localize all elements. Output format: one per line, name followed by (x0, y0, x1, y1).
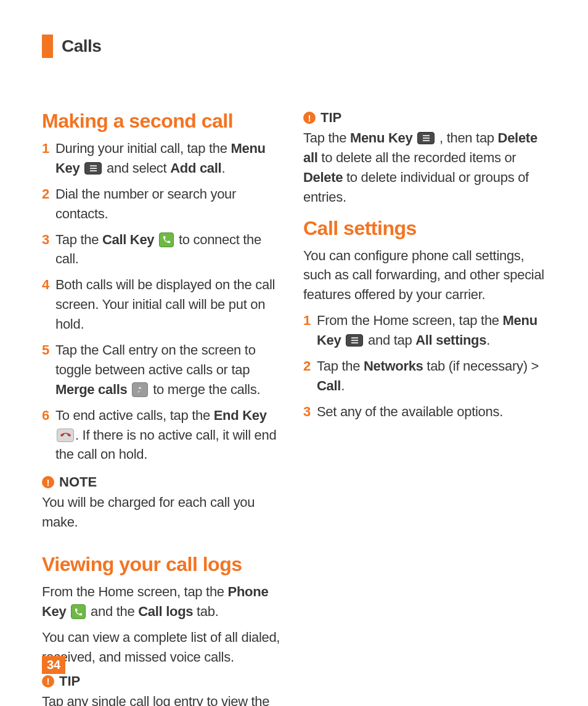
step-text: Tap the Call entry on the screen to togg… (55, 340, 285, 400)
bold-text: Add call (170, 160, 221, 176)
step-item: 3Tap the Call Key to connect the call. (42, 230, 285, 269)
tip-callout-head: ! TIP (303, 110, 546, 126)
step-number: 5 (42, 340, 55, 360)
tip-label: TIP (321, 110, 341, 126)
menu-key-icon (346, 334, 363, 347)
call-key-icon (71, 604, 86, 619)
tip-label: TIP (59, 673, 80, 689)
note-callout-head: ! NOTE (42, 474, 285, 490)
step-number: 2 (303, 356, 317, 376)
step-text: Dial the number or search your contacts. (55, 184, 285, 224)
page-number: 34 (42, 656, 65, 674)
bold-text: Networks (364, 358, 423, 374)
bold-text: Menu Key (350, 130, 413, 146)
bold-text: Delete (303, 170, 343, 185)
step-text: From the Home screen, tap the Menu Key a… (317, 311, 546, 350)
end-key-icon (57, 429, 74, 442)
menu-key-icon (417, 132, 435, 144)
step-item: 2Dial the number or search your contacts… (42, 184, 285, 224)
step-number: 4 (42, 275, 55, 295)
note-body: You will be charged for each call you ma… (42, 493, 285, 532)
alert-icon: ! (42, 675, 54, 688)
step-number: 6 (42, 406, 55, 425)
tip-callout-head: ! TIP (42, 673, 285, 689)
bold-text: Call (317, 378, 341, 393)
tip-body: Tap any single call log entry to view th… (42, 692, 285, 706)
step-text: Tap the Call Key to connect the call. (55, 230, 285, 269)
steps-making-second-call: 1During your initial call, tap the Menu … (42, 139, 285, 464)
bold-text: Merge calls (55, 382, 128, 397)
bold-text: End Key (214, 408, 267, 423)
bold-text: Call Key (102, 232, 154, 247)
call-key-icon (159, 232, 174, 247)
step-item: 1During your initial call, tap the Menu … (42, 139, 285, 178)
tip-body-delete: Tap the Menu Key , then tap Delete all t… (303, 128, 546, 207)
step-item: 6To end active calls, tap the End Key . … (42, 406, 285, 465)
left-column: Making a second call 1During your initia… (42, 110, 285, 706)
step-item: 2Tap the Networks tab (if necessary) > C… (303, 356, 546, 396)
page-header: Calls (42, 35, 546, 58)
step-text: During your initial call, tap the Menu K… (55, 139, 285, 178)
steps-call-settings: 1From the Home screen, tap the Menu Key … (303, 311, 546, 421)
bold-text: Call logs (138, 604, 193, 619)
step-text: Tap the Networks tab (if necessary) > Ca… (317, 356, 546, 396)
step-text: Set any of the available options. (317, 402, 546, 422)
alert-icon: ! (303, 112, 316, 124)
paragraph-call-logs-intro: From the Home screen, tap the Phone Key … (42, 582, 285, 622)
step-number: 1 (303, 311, 317, 330)
step-text: Both calls will be displayed on the call… (55, 275, 285, 334)
paragraph-call-logs-desc: You can view a complete list of all dial… (42, 628, 285, 667)
step-number: 1 (42, 139, 55, 158)
merge-key-icon (132, 382, 148, 397)
step-item: 3Set any of the available options. (303, 402, 546, 422)
paragraph-call-settings-intro: You can configure phone call settings, s… (303, 246, 546, 305)
step-number: 2 (42, 184, 55, 204)
step-text: To end active calls, tap the End Key . I… (55, 406, 285, 465)
header-title: Calls (62, 36, 101, 56)
section-heading-making-second-call: Making a second call (42, 110, 285, 133)
alert-icon: ! (42, 476, 54, 488)
step-number: 3 (303, 402, 317, 422)
step-number: 3 (42, 230, 55, 250)
step-item: 4Both calls will be displayed on the cal… (42, 275, 285, 334)
section-heading-call-settings: Call settings (303, 217, 546, 240)
header-accent-block (42, 35, 53, 58)
section-heading-viewing-call-logs: Viewing your call logs (42, 553, 285, 576)
note-label: NOTE (59, 474, 97, 490)
right-column: ! TIP Tap the Menu Key , then tap Delete… (303, 110, 546, 706)
menu-key-icon (84, 162, 102, 174)
step-item: 5Tap the Call entry on the screen to tog… (42, 340, 285, 400)
step-item: 1From the Home screen, tap the Menu Key … (303, 311, 546, 350)
bold-text: All settings (415, 332, 486, 348)
